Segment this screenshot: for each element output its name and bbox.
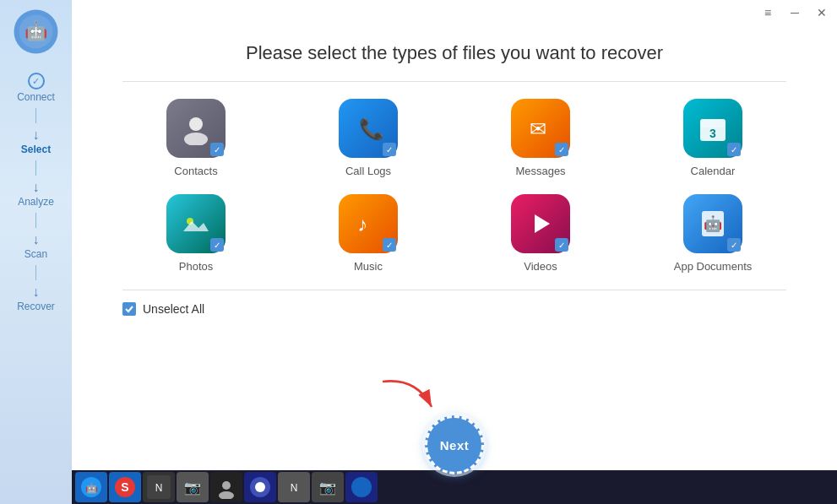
sidebar-step-connect[interactable]: ✓ Connect: [0, 68, 72, 108]
svg-text:✉: ✉: [530, 117, 546, 140]
recover-label: Recover: [17, 301, 55, 312]
analyze-label: Analyze: [18, 196, 54, 208]
file-type-contacts[interactable]: ✓ Contacts: [122, 99, 269, 177]
sidebar-step-scan[interactable]: ↓ Scan: [0, 228, 72, 265]
contacts-check: ✓: [210, 143, 224, 156]
svg-point-4: [189, 117, 203, 131]
appdocs-label: App Documents: [674, 260, 753, 273]
videos-icon-wrap: ✓: [511, 194, 570, 253]
contacts-icon-wrap: ✓: [166, 99, 226, 158]
calllogs-label: Call Logs: [345, 165, 391, 177]
file-type-calendar[interactable]: 3 ✓ Calendar: [639, 99, 786, 177]
music-check: ✓: [383, 238, 396, 252]
messages-icon-wrap: ✉ ✓: [511, 99, 570, 158]
close-button[interactable]: ✕: [813, 4, 830, 21]
svg-text:📷: 📷: [184, 480, 201, 496]
svg-text:N: N: [155, 482, 163, 494]
file-type-appdocs[interactable]: 🤖 ✓ App Documents: [639, 194, 786, 273]
connector-2: [35, 160, 36, 176]
next-area: Next: [425, 415, 484, 474]
file-types-grid: ✓ Contacts 📞 ✓ Call Logs: [122, 99, 786, 273]
content-area: Please select the types of files you wan…: [72, 25, 837, 470]
unselect-checkbox[interactable]: [122, 302, 136, 316]
svg-point-29: [255, 482, 265, 492]
sidebar: 🤖 + ✓ Connect ↓ Select ↓ Analyze ↓ Scan: [0, 0, 72, 504]
file-type-photos[interactable]: ✓ Photos: [122, 194, 269, 273]
calendar-icon-wrap: 3 ✓: [683, 99, 742, 158]
app-logo: 🤖 +: [13, 8, 59, 55]
calendar-check: ✓: [727, 143, 741, 156]
music-label: Music: [354, 260, 383, 273]
connector-3: [35, 213, 36, 228]
taskbar-icon-5[interactable]: [244, 472, 276, 502]
messages-label: Messages: [515, 165, 565, 177]
file-type-calllogs[interactable]: 📞 ✓ Call Logs: [295, 99, 442, 177]
taskbar-icon-8[interactable]: [345, 472, 378, 502]
taskbar-icon-1[interactable]: S: [109, 472, 141, 502]
videos-check: ✓: [555, 238, 568, 252]
videos-label: Videos: [524, 260, 557, 273]
unselect-label: Unselect All: [143, 302, 204, 316]
bottom-divider: [122, 290, 786, 290]
appdocs-check: ✓: [727, 238, 741, 252]
steps-list: ✓ Connect ↓ Select ↓ Analyze ↓ Scan ↓ Re…: [0, 68, 72, 317]
sidebar-step-recover[interactable]: ↓ Recover: [0, 280, 72, 317]
svg-text:📞: 📞: [359, 117, 384, 141]
menu-button[interactable]: ≡: [759, 4, 776, 21]
calllogs-check: ✓: [383, 143, 396, 156]
taskbar-icon-3[interactable]: 📷: [177, 472, 209, 502]
svg-point-34: [351, 477, 372, 497]
connect-check-icon: ✓: [28, 73, 45, 89]
page-title: Please select the types of files you wan…: [122, 42, 786, 64]
taskbar-icon-7[interactable]: 📷: [312, 472, 344, 502]
photos-label: Photos: [179, 260, 213, 273]
connector-1: [35, 108, 36, 123]
unselect-row: Unselect All: [122, 302, 786, 316]
messages-check: ✓: [555, 143, 568, 156]
sidebar-step-analyze[interactable]: ↓ Analyze: [0, 176, 72, 213]
taskbar: 🤖 S N 📷 N 📷: [72, 470, 837, 504]
svg-text:♪: ♪: [357, 213, 367, 236]
top-divider: [122, 81, 786, 82]
photos-icon-wrap: ✓: [166, 194, 226, 253]
recover-arrow-icon: ↓: [33, 285, 40, 299]
next-button[interactable]: Next: [425, 415, 484, 474]
svg-point-5: [184, 133, 208, 145]
minimize-button[interactable]: ─: [786, 4, 803, 21]
titlebar: ≡ ─ ✕: [72, 0, 837, 25]
appdocs-icon-wrap: 🤖 ✓: [683, 194, 742, 253]
arrow-pointer: [374, 373, 442, 423]
file-type-music[interactable]: ♪ ✓ Music: [295, 194, 442, 273]
taskbar-icon-4[interactable]: [210, 472, 242, 502]
svg-point-26: [222, 481, 231, 490]
svg-text:S: S: [121, 480, 128, 494]
svg-text:N: N: [291, 482, 298, 494]
sidebar-step-select[interactable]: ↓ Select: [0, 123, 72, 160]
music-icon-wrap: ♪ ✓: [339, 194, 398, 253]
connector-4: [35, 265, 36, 280]
select-label: Select: [21, 144, 51, 155]
svg-marker-13: [535, 214, 550, 233]
scan-label: Scan: [24, 248, 47, 260]
contacts-label: Contacts: [174, 165, 217, 177]
scan-arrow-icon: ↓: [33, 233, 40, 247]
taskbar-icon-2[interactable]: N: [143, 472, 175, 502]
main-area: ≡ ─ ✕ Please select the types of files y…: [72, 0, 837, 504]
select-arrow-icon: ↓: [33, 128, 40, 142]
connect-label: Connect: [17, 91, 55, 103]
file-type-videos[interactable]: ✓ Videos: [467, 194, 614, 273]
svg-text:🤖: 🤖: [704, 214, 723, 233]
file-type-messages[interactable]: ✉ ✓ Messages: [467, 99, 614, 177]
calendar-label: Calendar: [691, 165, 736, 177]
photos-check: ✓: [210, 238, 224, 252]
taskbar-icon-6[interactable]: N: [278, 472, 310, 502]
taskbar-icon-0[interactable]: 🤖: [75, 472, 107, 502]
svg-text:+: +: [31, 22, 41, 41]
calllogs-icon-wrap: 📞 ✓: [339, 99, 398, 158]
svg-text:3: 3: [709, 127, 716, 140]
analyze-arrow-icon: ↓: [33, 181, 40, 194]
svg-text:🤖: 🤖: [85, 481, 98, 494]
svg-text:📷: 📷: [319, 480, 336, 496]
